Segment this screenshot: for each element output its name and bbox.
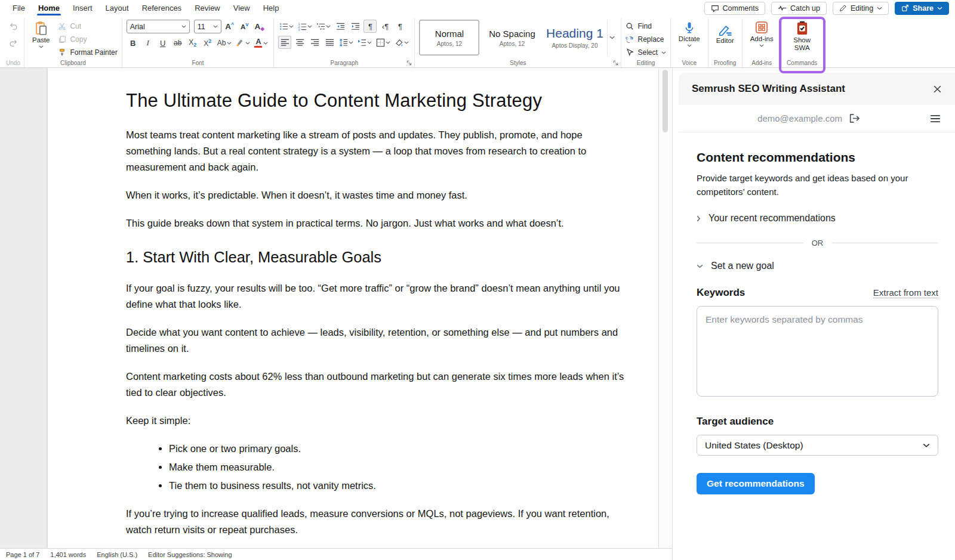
paragraph: Keep it simple: [126,413,630,429]
or-label: OR [812,239,824,247]
italic-button[interactable]: I [141,36,155,49]
format-painter-button[interactable]: Format Painter [58,47,117,58]
target-audience-value: United States (Desktop) [705,440,803,451]
document-scrollbar[interactable] [659,68,672,548]
superscript-button[interactable]: X2 [201,36,214,49]
word-count[interactable]: 1,401 words [50,551,86,558]
chevron-down-icon [937,7,942,10]
numbered-list-button[interactable] [297,20,313,33]
set-new-goal-label: Set a new goal [711,261,774,271]
paragraph-group: ¶ ‹¶ ¶ Paragraph [274,18,415,67]
panel-content: Content recommendations Provide target k… [673,132,955,494]
paragraph-dialog-launcher-icon[interactable] [406,60,412,66]
editing-group: Find Replace Select Editing [621,18,670,67]
bold-button[interactable]: B [127,36,140,49]
font-color-button[interactable]: A [253,36,269,49]
align-center-button[interactable] [293,36,306,49]
undo-button[interactable] [7,20,20,33]
scissors-icon [58,22,66,30]
show-formatting-marks-button[interactable]: ¶ [393,20,406,33]
font-name-select[interactable]: Arial [127,20,190,33]
style-heading-1[interactable]: Heading 1 Aptos Display, 20 [544,20,605,55]
borders-icon [376,38,385,47]
chevron-down-icon [404,41,409,44]
panel-close-button[interactable] [933,85,942,94]
paragraph: Most teams treat content marketing like … [126,127,630,175]
comments-button[interactable]: Comments [704,2,765,15]
decrease-indent-icon [336,22,345,31]
extract-from-text-link[interactable]: Extract from text [873,287,938,298]
add-ins-button[interactable]: Add-ins [747,20,777,48]
recent-recommendations-link[interactable]: Your recent recommendations [697,213,938,224]
paste-button[interactable]: Paste [29,20,53,49]
borders-button[interactable] [375,36,392,49]
find-button[interactable]: Find [626,21,651,31]
panel-title: Semrush SEO Writing Assistant [692,83,845,95]
align-left-button[interactable] [278,36,291,49]
show-swa-button[interactable]: Show SWA [786,20,818,53]
dictate-button[interactable]: Dictate [675,20,704,48]
language-indicator[interactable]: English (U.S.) [97,551,137,558]
clear-formatting-button[interactable]: A◆ [253,20,266,33]
style-no-spacing[interactable]: No Spacing Aptos, 12 [482,20,542,55]
increase-indent-button[interactable] [349,20,362,33]
paragraph: When it works, it’s predictable. When it… [126,187,630,203]
underline-button[interactable]: U [156,36,170,49]
bullet-list-button[interactable] [278,20,295,33]
copy-button[interactable]: Copy [58,34,117,45]
document-page[interactable]: The Ultimate Guide to Content Marketing … [48,68,658,548]
text-highlight-button[interactable] [235,36,251,49]
font-size-select[interactable]: 11 [194,20,221,33]
tab-insert[interactable]: Insert [66,1,99,15]
page-indicator[interactable]: Page 1 of 7 [6,551,39,558]
keywords-input[interactable] [697,306,938,397]
set-new-goal-toggle[interactable]: Set a new goal [697,261,938,271]
styles-dialog-launcher-icon[interactable] [612,60,619,66]
shading-button[interactable] [393,36,410,49]
panel-menu-button[interactable] [930,115,941,123]
multilevel-list-button[interactable] [315,20,332,33]
paragraph-spacing-button[interactable] [356,36,373,49]
scrollbar-thumb[interactable] [663,70,668,132]
chevron-right-icon [697,215,701,222]
select-label: Select [637,48,657,57]
editor-button[interactable]: Editor [713,20,738,46]
font-group-label: Font [122,60,274,66]
grow-font-button[interactable]: A^ [223,20,236,33]
tab-layout[interactable]: Layout [99,1,135,15]
line-spacing-button[interactable] [338,36,355,49]
paragraph: If you’re trying to increase qualified l… [126,506,630,538]
select-button[interactable]: Select [626,48,666,58]
tab-view[interactable]: View [227,1,257,15]
strikethrough-button[interactable]: ab [171,36,184,49]
multilevel-list-icon [316,22,325,31]
redo-button[interactable] [7,36,20,49]
logout-button[interactable] [848,113,860,123]
font-name-value: Arial [130,23,145,31]
tab-review[interactable]: Review [188,1,227,15]
tab-file[interactable]: File [6,1,32,15]
editor-suggestions-status[interactable]: Editor Suggestions: Showing [148,551,232,558]
tab-references[interactable]: References [135,1,188,15]
align-right-button[interactable] [308,36,321,49]
undo-group: Undo [2,18,24,67]
tab-home[interactable]: Home [32,1,66,15]
share-button[interactable]: Share [895,2,949,15]
get-recommendations-button[interactable]: Get recommendations [697,473,815,494]
style-normal[interactable]: Normal Aptos, 12 [419,20,479,55]
styles-gallery-more-button[interactable] [607,20,617,55]
cut-button[interactable]: Cut [58,21,117,32]
tab-help[interactable]: Help [257,1,286,15]
decrease-indent-button[interactable] [334,20,347,33]
chevron-down-icon [386,41,390,44]
editing-mode-button[interactable]: Editing [833,2,889,15]
justify-button[interactable] [323,36,336,49]
subscript-button[interactable]: X2 [186,36,199,49]
replace-button[interactable]: Replace [626,34,664,44]
catch-up-button[interactable]: Catch up [771,2,827,15]
text-effects-button[interactable]: Ab [216,36,233,49]
target-audience-select[interactable]: United States (Desktop) [697,435,938,456]
ltr-direction-button[interactable]: ¶ [363,20,377,33]
rtl-direction-button[interactable]: ‹¶ [378,20,392,33]
shrink-font-button[interactable]: Av [238,20,251,33]
